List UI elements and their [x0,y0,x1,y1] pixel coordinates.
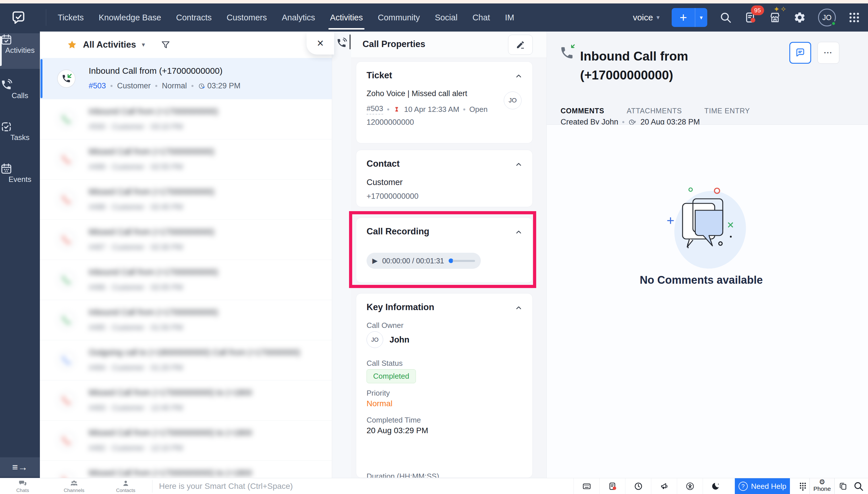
call-type-icon [57,231,75,249]
tab-attachments[interactable]: ATTACHMENTS [627,107,682,121]
whats-new-icon[interactable] [599,478,625,494]
settings-gear-icon[interactable] [793,11,806,24]
contact-phone: +17000000000 [367,192,419,201]
panel-resize-handle[interactable] [350,34,350,49]
night-mode-moon-icon[interactable] [703,478,728,494]
smartchat-chats-button[interactable]: Chats [4,478,41,494]
sidebar-item-activities[interactable]: Activities [0,33,40,69]
add-comment-button[interactable] [789,42,811,64]
more-actions-button[interactable]: ••• [817,42,839,64]
call-properties-tab-icon[interactable] [336,37,347,49]
activity-id[interactable]: #503 [89,81,106,90]
call-recording-card: Call Recording ▶ 00:00:00 / 00:01:31 [356,217,533,283]
app-switcher-grid-icon[interactable] [848,11,861,24]
tab-comments[interactable]: COMMENTS [560,107,604,121]
accessibility-icon[interactable] [677,478,703,494]
edit-properties-button[interactable] [508,35,533,55]
task-check-icon [0,120,40,133]
online-status-dot [831,21,836,26]
chevron-down-icon[interactable]: ▾ [142,41,145,49]
question-icon: ? [739,482,748,491]
status-badge: Completed [367,369,416,383]
ticket-subject[interactable]: Zoho Voice | Missed call alert [367,89,467,98]
add-new-button[interactable]: + ▾ [672,8,707,27]
list-item-blurred[interactable]: Missed Call from (+17000000000)#498 · Cu… [40,179,332,220]
activity-title: Missed Call from (+17000000000) to (+180… [89,388,252,397]
collapse-chevron-icon[interactable] [515,160,523,168]
nav-item-tickets[interactable]: Tickets [58,3,84,32]
play-button[interactable]: ▶ [372,257,377,265]
collapse-chevron-icon[interactable] [515,304,523,312]
recent-activity-clock-icon[interactable] [625,478,651,494]
list-item-blurred[interactable]: Missed Call from (+17000000000) to (+180… [40,380,332,421]
voice-selector[interactable]: voice ▾ [633,13,660,22]
smartchat-contacts-button[interactable]: Contacts [107,478,144,494]
blurred-row-content: Missed Call from (+17000000000)#497 · Cu… [40,220,332,260]
nav-item-chat[interactable]: Chat [473,3,490,32]
announcements-megaphone-icon[interactable] [651,478,677,494]
filter-funnel-icon[interactable] [161,40,171,50]
list-item-blurred[interactable]: Missed Call from (+17000000000)#499 · Cu… [40,139,332,179]
top-navigation-bar: Tickets Knowledge Base Contracts Custome… [0,3,868,32]
sidebar-item-events[interactable]: Events [0,163,40,198]
phone-panel-tab[interactable]: ⚙ Phone [810,478,835,494]
activity-meta: #503 Customer Normal 03:29 PM [89,81,241,90]
plus-icon: + [672,8,695,27]
completed-time-value: 20 Aug 03:29 PM [367,426,428,435]
favorite-star-icon[interactable] [67,40,77,50]
app-logo-icon[interactable] [11,10,26,25]
contacts-label: Contacts [107,488,144,493]
close-properties-button[interactable]: × [307,32,334,55]
list-item-blurred[interactable]: Outgoing call to (+18000000000) Call fro… [40,340,332,380]
sidebar-expand-button[interactable]: ≡→ [0,457,40,477]
audio-player: ▶ 00:00:00 / 00:01:31 [367,253,481,269]
list-view-title[interactable]: All Activities [83,40,136,50]
user-avatar[interactable]: JO [818,8,836,26]
clock-check-icon [198,82,205,90]
list-item-blurred[interactable]: Inbound Call from (+17000000000)#495 · C… [40,300,332,340]
activity-meta: #492 · Customer · 12:10 PM [89,443,183,452]
nav-item-analytics[interactable]: Analytics [282,3,315,32]
collapse-chevron-icon[interactable] [515,228,523,236]
activity-time: 03:29 PM [207,81,241,90]
no-comments-illustration [657,185,758,271]
seek-slider[interactable] [449,259,475,263]
chevron-down-icon: ▾ [657,14,660,21]
nav-item-social[interactable]: Social [435,3,458,32]
smart-chat-input[interactable] [159,478,532,494]
marketplace-button[interactable]: ✦✧ [769,11,781,24]
zia-search-icon[interactable] [849,478,868,494]
activity-meta: #493 · Customer · 12:45 PM [89,403,183,412]
avatar-initials: JO [509,97,517,104]
need-help-button[interactable]: ? Need Help [735,478,790,494]
release-notes-button[interactable]: 95 [744,11,757,24]
search-icon[interactable] [719,11,732,24]
collapse-chevron-icon[interactable] [515,72,523,80]
keyboard-shortcuts-icon[interactable] [573,478,599,494]
nav-item-im[interactable]: IM [505,3,514,32]
nav-item-customers[interactable]: Customers [227,3,267,32]
nav-item-activities[interactable]: Activities [330,3,363,32]
tab-time-entry[interactable]: TIME ENTRY [704,107,750,121]
nav-item-knowledge-base[interactable]: Knowledge Base [99,3,161,32]
smartchat-channels-button[interactable]: Channels [55,478,93,494]
list-item-blurred[interactable]: Inbound Call from (+17000000000)#500 · C… [40,99,332,139]
blurred-row-content: Outgoing call to (+18000000000) Call fro… [40,340,332,380]
list-item-blurred[interactable]: Inbound Call from (+17000000000)#496 · C… [40,260,332,300]
activity-meta: #498 · Customer · 02:45 PM [89,203,183,211]
list-item-blurred[interactable]: Missed Call from (+17000000000) to (+180… [40,421,332,461]
notification-badge: 95 [751,5,764,15]
blurred-row-content: Inbound Call from (+17000000000)#496 · C… [40,260,332,300]
list-item-selected[interactable]: Inbound Call from (+17000000000) #503 Cu… [40,58,332,99]
avatar-initials: JO [823,14,832,22]
ellipsis-icon: ••• [824,50,833,56]
ticket-id[interactable]: #503 [367,104,383,114]
sidebar-item-calls[interactable]: Calls [0,79,40,114]
nav-item-community[interactable]: Community [378,3,420,32]
list-item-blurred[interactable]: Missed Call from (+17000000000) to (+180… [40,461,332,478]
activity-title: Inbound Call from (+17000000000) [89,267,218,277]
list-item-blurred[interactable]: Missed Call from (+17000000000)#497 · Cu… [40,220,332,260]
contact-name[interactable]: Customer [367,177,403,187]
nav-item-contracts[interactable]: Contracts [176,3,211,32]
sidebar-item-tasks[interactable]: Tasks [0,120,40,156]
